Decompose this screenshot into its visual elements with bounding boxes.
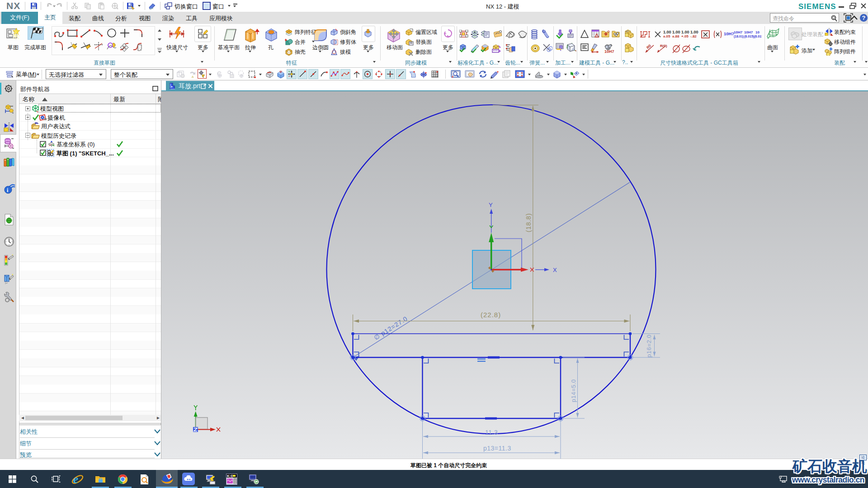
svg-text:±.05: ±.05 [663, 34, 670, 38]
svg-text:1.00: 1.00 [681, 30, 689, 34]
svg-text:±.88: ±.88 [672, 34, 679, 38]
svg-text:R0: R0 [646, 43, 652, 50]
svg-text:(18.01): (18.01) [734, 35, 744, 38]
svg-text:10: 10 [755, 30, 760, 34]
svg-text:+.05: +.05 [681, 34, 689, 38]
svg-text:1.00: 1.00 [672, 30, 680, 34]
svg-text:10H7: 10H7 [734, 30, 743, 34]
svg-text:1.00: 1.00 [663, 30, 671, 34]
svg-text:(8.015): (8.015) [754, 35, 762, 38]
svg-text:-.82: -.82 [690, 34, 697, 38]
svg-text:(18.8): (18.8) [525, 213, 532, 232]
svg-text:(8.015): (8.015) [744, 35, 754, 38]
svg-text:R(0): R(0) [660, 44, 667, 48]
svg-text:Y: Y [489, 202, 493, 208]
svg-text:10H7: 10H7 [744, 30, 753, 34]
svg-text:p13=11.3: p13=11.3 [483, 445, 511, 452]
svg-text:1.00: 1.00 [690, 30, 698, 34]
svg-text:p14=5.0: p14=5.0 [570, 379, 577, 402]
svg-text:10H7: 10H7 [724, 31, 734, 36]
svg-text:X: X [553, 267, 557, 273]
svg-text:11.3: 11.3 [485, 429, 498, 436]
svg-text:e: e [73, 473, 78, 485]
svg-text:∅ p12=27.0: ∅ p12=27.0 [373, 315, 409, 342]
svg-text:(22.8): (22.8) [481, 311, 501, 319]
svg-text:K:D: K:D [227, 474, 233, 478]
svg-text:10H7: 10H7 [604, 49, 614, 54]
svg-text:p16=2.0: p16=2.0 [646, 334, 652, 357]
